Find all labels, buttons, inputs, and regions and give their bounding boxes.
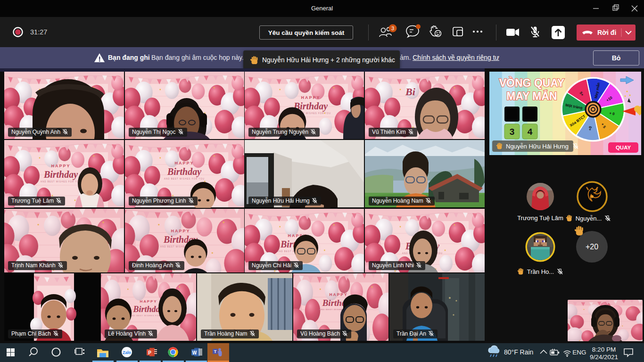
svg-text:9/24/2021: 9/24/2021: [590, 354, 618, 361]
svg-text:ENG: ENG: [572, 349, 586, 356]
svg-text:8:20 PM: 8:20 PM: [592, 346, 616, 353]
svg-text:Zalo: Zalo: [123, 350, 131, 355]
svg-text:80°F Rain: 80°F Rain: [504, 348, 533, 356]
svg-text:T: T: [214, 349, 217, 354]
svg-text:W: W: [192, 350, 197, 355]
svg-text:P: P: [148, 350, 151, 355]
